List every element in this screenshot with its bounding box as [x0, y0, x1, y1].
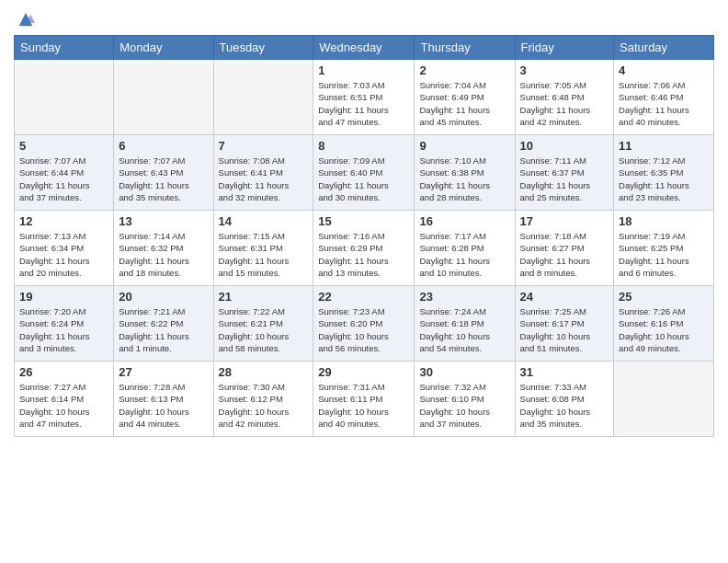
- day-cell: 27Sunrise: 7:28 AM Sunset: 6:13 PM Dayli…: [114, 362, 213, 437]
- day-info: Sunrise: 7:20 AM Sunset: 6:24 PM Dayligh…: [19, 305, 108, 354]
- weekday-header-saturday: Saturday: [614, 36, 714, 60]
- day-info: Sunrise: 7:25 AM Sunset: 6:17 PM Dayligh…: [520, 305, 609, 354]
- day-cell: 11Sunrise: 7:12 AM Sunset: 6:35 PM Dayli…: [614, 135, 714, 211]
- day-cell: [114, 60, 213, 135]
- day-number: 17: [520, 214, 609, 228]
- day-number: 10: [520, 139, 609, 153]
- day-info: Sunrise: 7:31 AM Sunset: 6:11 PM Dayligh…: [318, 381, 409, 430]
- day-info: Sunrise: 7:10 AM Sunset: 6:38 PM Dayligh…: [419, 155, 509, 203]
- day-cell: 12Sunrise: 7:13 AM Sunset: 6:34 PM Dayli…: [15, 211, 114, 286]
- day-info: Sunrise: 7:14 AM Sunset: 6:32 PM Dayligh…: [119, 230, 208, 279]
- day-info: Sunrise: 7:24 AM Sunset: 6:18 PM Dayligh…: [419, 305, 509, 354]
- day-number: 4: [619, 63, 709, 77]
- day-number: 3: [520, 63, 609, 77]
- day-cell: 25Sunrise: 7:26 AM Sunset: 6:16 PM Dayli…: [614, 286, 714, 362]
- day-number: 30: [419, 365, 509, 379]
- day-number: 21: [219, 290, 309, 304]
- day-number: 22: [318, 290, 409, 304]
- day-cell: 10Sunrise: 7:11 AM Sunset: 6:37 PM Dayli…: [515, 135, 614, 211]
- week-row-2: 12Sunrise: 7:13 AM Sunset: 6:34 PM Dayli…: [15, 211, 714, 286]
- day-cell: 8Sunrise: 7:09 AM Sunset: 6:40 PM Daylig…: [313, 135, 415, 211]
- logo-icon: [16, 9, 36, 29]
- day-cell: 28Sunrise: 7:30 AM Sunset: 6:12 PM Dayli…: [213, 362, 313, 437]
- day-info: Sunrise: 7:28 AM Sunset: 6:13 PM Dayligh…: [119, 381, 208, 430]
- logo: [14, 9, 36, 29]
- weekday-header-thursday: Thursday: [415, 36, 515, 60]
- day-info: Sunrise: 7:19 AM Sunset: 6:25 PM Dayligh…: [619, 230, 709, 279]
- day-cell: 7Sunrise: 7:08 AM Sunset: 6:41 PM Daylig…: [213, 135, 313, 211]
- day-cell: 24Sunrise: 7:25 AM Sunset: 6:17 PM Dayli…: [515, 286, 614, 362]
- day-cell: 5Sunrise: 7:07 AM Sunset: 6:44 PM Daylig…: [15, 135, 114, 211]
- day-info: Sunrise: 7:27 AM Sunset: 6:14 PM Dayligh…: [19, 381, 108, 430]
- day-cell: 17Sunrise: 7:18 AM Sunset: 6:27 PM Dayli…: [515, 211, 614, 286]
- page: SundayMondayTuesdayWednesdayThursdayFrid…: [0, 0, 728, 563]
- day-cell: 29Sunrise: 7:31 AM Sunset: 6:11 PM Dayli…: [313, 362, 415, 437]
- day-info: Sunrise: 7:15 AM Sunset: 6:31 PM Dayligh…: [219, 230, 309, 279]
- day-cell: 9Sunrise: 7:10 AM Sunset: 6:38 PM Daylig…: [415, 135, 515, 211]
- day-cell: 2Sunrise: 7:04 AM Sunset: 6:49 PM Daylig…: [415, 60, 515, 135]
- calendar: SundayMondayTuesdayWednesdayThursdayFrid…: [14, 35, 714, 437]
- day-info: Sunrise: 7:06 AM Sunset: 6:46 PM Dayligh…: [619, 79, 709, 128]
- day-info: Sunrise: 7:26 AM Sunset: 6:16 PM Dayligh…: [619, 305, 709, 354]
- day-info: Sunrise: 7:17 AM Sunset: 6:28 PM Dayligh…: [419, 230, 509, 279]
- day-number: 19: [19, 290, 108, 304]
- day-cell: 4Sunrise: 7:06 AM Sunset: 6:46 PM Daylig…: [614, 60, 714, 135]
- day-number: 2: [419, 63, 509, 77]
- day-cell: 19Sunrise: 7:20 AM Sunset: 6:24 PM Dayli…: [15, 286, 114, 362]
- day-number: 15: [318, 214, 409, 228]
- day-number: 27: [119, 365, 208, 379]
- day-number: 13: [119, 214, 208, 228]
- day-cell: 15Sunrise: 7:16 AM Sunset: 6:29 PM Dayli…: [313, 211, 415, 286]
- day-cell: 30Sunrise: 7:32 AM Sunset: 6:10 PM Dayli…: [415, 362, 515, 437]
- day-info: Sunrise: 7:07 AM Sunset: 6:43 PM Dayligh…: [119, 155, 208, 203]
- day-info: Sunrise: 7:16 AM Sunset: 6:29 PM Dayligh…: [318, 230, 409, 279]
- day-number: 24: [520, 290, 609, 304]
- day-info: Sunrise: 7:13 AM Sunset: 6:34 PM Dayligh…: [19, 230, 108, 279]
- day-number: 29: [318, 365, 409, 379]
- weekday-header-wednesday: Wednesday: [313, 36, 415, 60]
- day-number: 1: [318, 63, 409, 77]
- weekday-header-tuesday: Tuesday: [213, 36, 313, 60]
- day-info: Sunrise: 7:23 AM Sunset: 6:20 PM Dayligh…: [318, 305, 409, 354]
- day-number: 14: [219, 214, 309, 228]
- week-row-1: 5Sunrise: 7:07 AM Sunset: 6:44 PM Daylig…: [15, 135, 714, 211]
- day-info: Sunrise: 7:33 AM Sunset: 6:08 PM Dayligh…: [520, 381, 609, 430]
- weekday-header-sunday: Sunday: [15, 36, 114, 60]
- day-number: 23: [419, 290, 509, 304]
- day-cell: 18Sunrise: 7:19 AM Sunset: 6:25 PM Dayli…: [614, 211, 714, 286]
- day-cell: [213, 60, 313, 135]
- day-number: 18: [619, 214, 709, 228]
- day-info: Sunrise: 7:08 AM Sunset: 6:41 PM Dayligh…: [219, 155, 309, 203]
- day-cell: 21Sunrise: 7:22 AM Sunset: 6:21 PM Dayli…: [213, 286, 313, 362]
- day-number: 11: [619, 139, 709, 153]
- day-number: 20: [119, 290, 208, 304]
- day-cell: 26Sunrise: 7:27 AM Sunset: 6:14 PM Dayli…: [15, 362, 114, 437]
- day-info: Sunrise: 7:03 AM Sunset: 6:51 PM Dayligh…: [318, 79, 409, 128]
- day-info: Sunrise: 7:05 AM Sunset: 6:48 PM Dayligh…: [520, 79, 609, 128]
- day-number: 9: [419, 139, 509, 153]
- day-number: 25: [619, 290, 709, 304]
- week-row-3: 19Sunrise: 7:20 AM Sunset: 6:24 PM Dayli…: [15, 286, 714, 362]
- day-number: 8: [318, 139, 409, 153]
- day-cell: 6Sunrise: 7:07 AM Sunset: 6:43 PM Daylig…: [114, 135, 213, 211]
- day-cell: 23Sunrise: 7:24 AM Sunset: 6:18 PM Dayli…: [415, 286, 515, 362]
- day-info: Sunrise: 7:09 AM Sunset: 6:40 PM Dayligh…: [318, 155, 409, 203]
- day-info: Sunrise: 7:12 AM Sunset: 6:35 PM Dayligh…: [619, 155, 709, 203]
- day-info: Sunrise: 7:07 AM Sunset: 6:44 PM Dayligh…: [19, 155, 108, 203]
- day-number: 26: [19, 365, 108, 379]
- day-cell: 22Sunrise: 7:23 AM Sunset: 6:20 PM Dayli…: [313, 286, 415, 362]
- day-cell: [15, 60, 114, 135]
- weekday-header-friday: Friday: [515, 36, 614, 60]
- day-info: Sunrise: 7:04 AM Sunset: 6:49 PM Dayligh…: [419, 79, 509, 128]
- day-number: 31: [520, 365, 609, 379]
- day-cell: 31Sunrise: 7:33 AM Sunset: 6:08 PM Dayli…: [515, 362, 614, 437]
- weekday-header-monday: Monday: [114, 36, 213, 60]
- day-cell: 3Sunrise: 7:05 AM Sunset: 6:48 PM Daylig…: [515, 60, 614, 135]
- day-info: Sunrise: 7:11 AM Sunset: 6:37 PM Dayligh…: [520, 155, 609, 203]
- day-cell: [614, 362, 714, 437]
- day-cell: 14Sunrise: 7:15 AM Sunset: 6:31 PM Dayli…: [213, 211, 313, 286]
- header: [14, 9, 714, 29]
- day-cell: 16Sunrise: 7:17 AM Sunset: 6:28 PM Dayli…: [415, 211, 515, 286]
- weekday-header-row: SundayMondayTuesdayWednesdayThursdayFrid…: [15, 36, 714, 60]
- day-info: Sunrise: 7:32 AM Sunset: 6:10 PM Dayligh…: [419, 381, 509, 430]
